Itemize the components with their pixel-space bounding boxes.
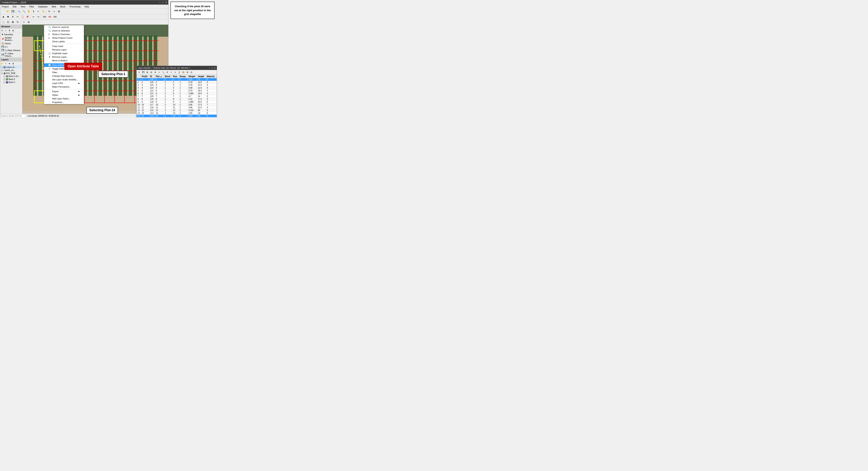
- attr-edit-button[interactable]: ✏: [137, 71, 141, 74]
- ctx-show-in-overview[interactable]: ☐ Show in Overview: [44, 32, 84, 36]
- close-button[interactable]: ✕: [165, 1, 167, 4]
- layers-options-button[interactable]: ⚙: [11, 62, 14, 65]
- copy-button[interactable]: 📋: [20, 14, 25, 19]
- layer-item-band2[interactable]: ✓ Band 2: [0, 78, 22, 81]
- attr-pan-button[interactable]: ⌖: [157, 71, 161, 74]
- ctx-styles[interactable]: Styles: [44, 93, 84, 97]
- redo-button[interactable]: ↪: [36, 14, 40, 19]
- layers-open-button[interactable]: 📂: [1, 62, 4, 65]
- ctx-make-permanent[interactable]: Make Permanent...: [44, 85, 84, 89]
- layers-filter-button[interactable]: ▼: [8, 62, 11, 65]
- zoom-out-button[interactable]: 🔍: [22, 9, 26, 13]
- ctx-rename-layer[interactable]: Rename Layer: [44, 48, 84, 52]
- open-project-button[interactable]: 📂: [6, 9, 10, 13]
- locate-search-input[interactable]: [1, 114, 26, 117]
- browser-add-button[interactable]: +: [4, 29, 7, 32]
- table-row[interactable]: 14 14 113 14 1 14 1 6.05 16 3: [137, 115, 217, 117]
- attr-new-row-button[interactable]: +: [169, 71, 173, 74]
- ctx-properties[interactable]: Properties...: [44, 100, 84, 104]
- add-feature-button[interactable]: ✚: [6, 14, 10, 19]
- layer-checkbox-band2[interactable]: ✓: [3, 78, 5, 80]
- menu-database[interactable]: Database: [37, 5, 48, 8]
- table-row[interactable]: 2 2 125 2 1 2 1 5.33 14.5 5: [137, 81, 217, 84]
- attr-conditional-format-button[interactable]: 🎨: [182, 71, 185, 74]
- col-block[interactable]: Block: [164, 75, 172, 78]
- delete-feature-button[interactable]: ✗: [11, 14, 15, 19]
- table-row[interactable]: 1 1 126 1 1 1 1 4.25 21 4: [137, 78, 217, 81]
- cut-button[interactable]: ✂: [16, 14, 20, 19]
- cursor-button[interactable]: ⊹: [52, 9, 56, 13]
- table-row[interactable]: 11 11 116 11 1 11 1 3.06 21.5 4: [137, 106, 217, 109]
- ctx-zoom-to-layers[interactable]: 🔍 Zoom to Layer(s): [44, 25, 84, 29]
- save-project-button[interactable]: 💾: [11, 9, 15, 13]
- snap-layers-button[interactable]: ⊕: [27, 20, 31, 24]
- measure-button[interactable]: 📏: [41, 9, 45, 13]
- zoom-selection-button[interactable]: ⊡: [6, 20, 10, 24]
- browser-item-spatial-bookmarks[interactable]: 📌 Spatial Bookm...: [0, 36, 22, 42]
- layer-checkbox-ex1rgb[interactable]: ✓: [1, 72, 3, 74]
- attr-filter-button[interactable]: ▼: [153, 71, 157, 74]
- col-maturity[interactable]: Maturity: [206, 75, 217, 78]
- zoom-layer-button[interactable]: ⬚: [1, 20, 5, 24]
- menu-project[interactable]: Project: [1, 5, 9, 8]
- undo-button[interactable]: ↩: [31, 14, 36, 19]
- browser-collapse-button[interactable]: ⊟: [11, 29, 14, 32]
- col-plot[interactable]: Plot ▲: [155, 75, 164, 78]
- minimize-button[interactable]: ─: [159, 1, 161, 4]
- menu-edit[interactable]: Edit: [12, 5, 17, 8]
- browser-item-favorites[interactable]: ★ Favorites: [0, 33, 22, 36]
- layer-item-ex1rgb[interactable]: ✓ ▦ EX1_RGB: [0, 72, 22, 75]
- zoom-full-button[interactable]: ⊞: [57, 9, 61, 13]
- col-plotid[interactable]: PlotID: [141, 75, 149, 78]
- browser-item-p-drive[interactable]: 💾 P:\ (New Volum...: [0, 52, 22, 58]
- table-row[interactable]: 3 3 124 3 1 3 1 3.76 37.5 5: [137, 84, 217, 87]
- attr-delete-button[interactable]: ✗: [165, 71, 169, 74]
- ctx-copy-layer[interactable]: Copy Layer: [44, 44, 84, 48]
- pan-button[interactable]: ✋: [27, 9, 31, 13]
- table-row[interactable]: 8 8 119 8 1 8 1 5.42 17.5 5: [137, 98, 217, 101]
- ctx-remove-layer[interactable]: ✗ Remove Layer...: [44, 55, 84, 59]
- attr-actions-button[interactable]: ⚙: [186, 71, 189, 74]
- select-button[interactable]: ↖: [36, 9, 40, 13]
- col-height[interactable]: Height: [197, 75, 206, 78]
- ctx-layer-crs[interactable]: Layer CRS: [44, 81, 84, 85]
- layer-checkbox-output[interactable]: ✓: [1, 66, 3, 68]
- attr-table-scroll-area[interactable]: PlotID ID Plot ▲ Block Row Range Weight …: [136, 75, 217, 118]
- ctx-duplicate-layer[interactable]: 📋 Duplicate Layer: [44, 52, 84, 55]
- refresh-button[interactable]: ↻: [47, 9, 52, 13]
- browser-filter-button[interactable]: ▼: [8, 29, 11, 32]
- menu-mesh[interactable]: Mesh: [59, 5, 66, 8]
- ctx-change-data-source[interactable]: Change Data Source...: [44, 74, 84, 78]
- layer-checkbox-points[interactable]: ✓: [1, 69, 3, 71]
- menu-processing[interactable]: Processing: [69, 5, 81, 8]
- browser-item-c-drive[interactable]: 💾 C:\: [0, 45, 22, 48]
- snapping-button[interactable]: ⊹: [22, 20, 26, 24]
- layer-checkbox-band1[interactable]: ✓: [3, 75, 5, 77]
- table-row[interactable]: 13 13 114 13 1 13 1 2.55 19 6: [137, 112, 217, 115]
- browser-refresh-button[interactable]: ↻: [1, 29, 4, 32]
- ctx-filter[interactable]: Filter...: [44, 71, 84, 74]
- table-row[interactable]: 5 5 122 5 1 5 1 6.79 25.5 3: [137, 90, 217, 92]
- menu-filter[interactable]: Filter: [29, 5, 35, 8]
- layers-add-button[interactable]: +: [4, 62, 7, 65]
- attr-deselect-button[interactable]: ⊟: [149, 71, 153, 74]
- col-id[interactable]: ID: [149, 75, 155, 78]
- layer-item-output[interactable]: ✓ output sh...: [0, 66, 22, 69]
- layer-item-band3[interactable]: ✓ Band 3: [0, 81, 22, 84]
- rotate-button[interactable]: ↻: [16, 20, 20, 24]
- col-range[interactable]: Range: [179, 75, 188, 78]
- ctx-move-to-bottom[interactable]: Move to Bottom: [44, 59, 84, 62]
- table-row[interactable]: 12 12 115 12 1 12 1 4.315 60 5: [137, 109, 217, 112]
- attr-organize-button[interactable]: ≡: [174, 71, 177, 74]
- table-row[interactable]: 9 9 118 9 1 9 1 2.885 43.5 6: [137, 101, 217, 103]
- maximize-button[interactable]: □: [162, 1, 164, 4]
- attr-maximize-button[interactable]: □: [212, 67, 213, 69]
- paste-button[interactable]: 📌: [25, 14, 29, 19]
- ctx-export[interactable]: Export: [44, 90, 84, 93]
- menu-view[interactable]: View: [20, 5, 26, 8]
- new-project-button[interactable]: 📄: [1, 9, 5, 13]
- attr-save-button[interactable]: 💾: [142, 71, 145, 74]
- layer-item-points[interactable]: ✓ • points_sh...: [0, 69, 22, 72]
- attr-calculate-button[interactable]: ∑: [178, 71, 181, 74]
- menu-help[interactable]: Help: [84, 5, 90, 8]
